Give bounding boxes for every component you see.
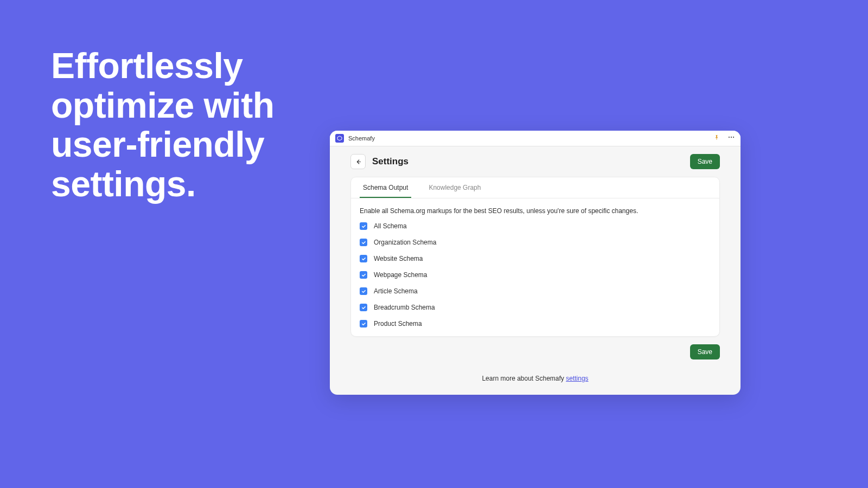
footer-prefix: Learn more about Schemafy	[482, 375, 566, 382]
marketing-headline: Effortlessly optimize with user-friendly…	[51, 46, 290, 203]
titlebar-right	[713, 133, 735, 143]
footer-settings-link[interactable]: settings	[566, 375, 588, 382]
checkbox-label: All Schema	[374, 222, 407, 230]
checkbox-organization-schema[interactable]	[360, 239, 367, 246]
checkbox-webpage-schema[interactable]	[360, 271, 367, 279]
checkbox-label: Organization Schema	[374, 239, 436, 246]
save-button-top[interactable]: Save	[690, 154, 720, 169]
save-button-bottom[interactable]: Save	[690, 344, 720, 359]
hint-text: Enable all Schema.org markups for the be…	[360, 207, 711, 215]
back-button[interactable]	[350, 154, 366, 169]
checkbox-list: All Schema Organization Schema Website S…	[360, 222, 711, 328]
pin-icon[interactable]	[713, 133, 720, 143]
checkbox-all-schema[interactable]	[360, 222, 367, 230]
svg-point-0	[729, 137, 730, 138]
checkbox-label: Website Schema	[374, 255, 423, 262]
checkbox-article-schema[interactable]	[360, 287, 367, 295]
card-body: Enable all Schema.org markups for the be…	[351, 198, 719, 336]
checkbox-row-website-schema: Website Schema	[360, 255, 711, 262]
svg-point-1	[731, 137, 732, 138]
page-header: Settings Save	[350, 154, 720, 169]
checkbox-breadcrumb-schema[interactable]	[360, 304, 367, 311]
app-window: Schemafy Settings Save Schema Output Kno…	[330, 131, 741, 395]
checkbox-label: Breadcrumb Schema	[374, 304, 435, 311]
app-name: Schemafy	[348, 135, 375, 142]
more-icon[interactable]	[727, 133, 735, 143]
settings-card: Schema Output Knowledge Graph Enable all…	[350, 177, 720, 337]
checkbox-product-schema[interactable]	[360, 320, 367, 328]
checkbox-label: Product Schema	[374, 320, 422, 328]
tabs: Schema Output Knowledge Graph	[351, 177, 719, 198]
app-body: Settings Save Schema Output Knowledge Gr…	[330, 146, 741, 395]
checkbox-row-article-schema: Article Schema	[360, 287, 711, 295]
checkbox-website-schema[interactable]	[360, 255, 367, 262]
tab-schema-output[interactable]: Schema Output	[360, 177, 411, 198]
footer-text: Learn more about Schemafy settings	[350, 375, 720, 382]
checkbox-row-breadcrumb-schema: Breadcrumb Schema	[360, 304, 711, 311]
checkbox-label: Webpage Schema	[374, 271, 427, 279]
svg-point-2	[733, 137, 734, 138]
checkbox-row-all-schema: All Schema	[360, 222, 711, 230]
tab-knowledge-graph[interactable]: Knowledge Graph	[425, 177, 484, 198]
app-logo-icon	[335, 134, 344, 143]
page-title: Settings	[372, 156, 409, 167]
titlebar: Schemafy	[330, 131, 741, 146]
checkbox-row-product-schema: Product Schema	[360, 320, 711, 328]
checkbox-label: Article Schema	[374, 287, 418, 295]
titlebar-left: Schemafy	[335, 134, 375, 143]
checkbox-row-webpage-schema: Webpage Schema	[360, 271, 711, 279]
checkbox-row-organization-schema: Organization Schema	[360, 239, 711, 246]
